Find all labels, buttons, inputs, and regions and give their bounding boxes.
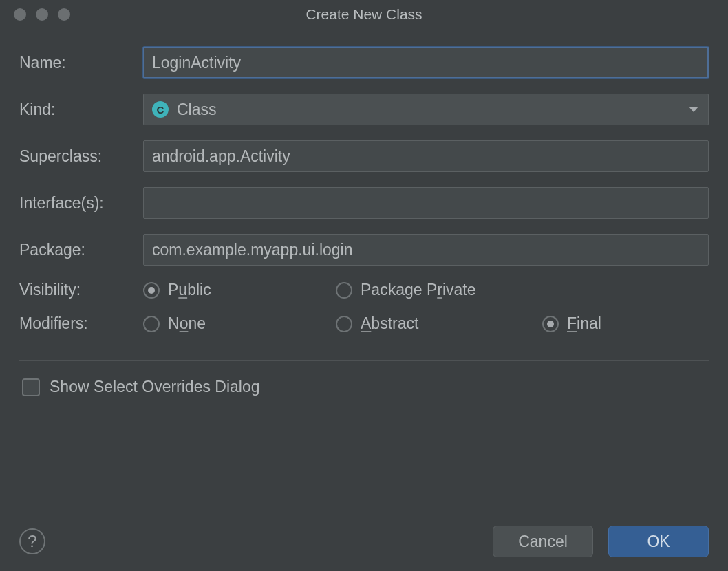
visibility-group: Public Package Private bbox=[143, 281, 709, 299]
kind-dropdown[interactable]: C Class bbox=[143, 94, 709, 125]
cancel-button[interactable]: Cancel bbox=[493, 526, 593, 557]
package-label: Package: bbox=[19, 241, 143, 259]
modifier-final-radio[interactable]: Final bbox=[542, 314, 709, 333]
show-overrides-checkbox[interactable]: Show Select Overrides Dialog bbox=[19, 378, 709, 396]
modifier-abstract-label: Abstract bbox=[361, 314, 418, 333]
zoom-window-icon[interactable] bbox=[58, 8, 70, 21]
visibility-label: Visibility: bbox=[19, 281, 143, 299]
modifier-final-label: Final bbox=[567, 314, 601, 333]
name-field[interactable]: LoginActivity bbox=[143, 47, 709, 78]
package-field[interactable] bbox=[143, 234, 709, 266]
kind-label: Kind: bbox=[19, 100, 143, 119]
interfaces-input[interactable] bbox=[152, 188, 700, 218]
class-icon: C bbox=[152, 101, 169, 118]
modifiers-label: Modifiers: bbox=[19, 314, 143, 333]
radio-icon bbox=[336, 316, 352, 332]
interfaces-field[interactable] bbox=[143, 187, 709, 219]
visibility-public-radio[interactable]: Public bbox=[143, 281, 336, 299]
superclass-input[interactable] bbox=[152, 141, 700, 171]
kind-selected-value: Class bbox=[177, 100, 217, 119]
window-controls bbox=[0, 8, 70, 21]
dialog-footer: ? Cancel OK bbox=[19, 526, 709, 557]
radio-icon bbox=[143, 316, 160, 332]
help-icon: ? bbox=[28, 532, 36, 551]
modifier-none-radio[interactable]: None bbox=[143, 314, 336, 333]
modifier-none-label: None bbox=[168, 314, 206, 333]
radio-icon bbox=[336, 282, 352, 299]
visibility-package-private-label: Package Private bbox=[361, 281, 476, 299]
text-caret bbox=[242, 53, 242, 72]
close-window-icon[interactable] bbox=[14, 8, 26, 21]
help-button[interactable]: ? bbox=[19, 528, 45, 554]
name-label: Name: bbox=[19, 54, 143, 72]
superclass-field[interactable] bbox=[143, 140, 709, 172]
package-input[interactable] bbox=[152, 235, 700, 265]
modifiers-group: None Abstract Final bbox=[143, 314, 709, 333]
separator bbox=[19, 360, 709, 361]
minimize-window-icon[interactable] bbox=[36, 8, 48, 21]
button-row: Cancel OK bbox=[493, 526, 709, 557]
radio-icon bbox=[143, 282, 160, 299]
interfaces-label: Interface(s): bbox=[19, 194, 143, 213]
titlebar: Create New Class bbox=[0, 0, 728, 29]
window-title: Create New Class bbox=[0, 6, 728, 23]
checkbox-icon bbox=[22, 378, 40, 396]
name-field-value: LoginActivity bbox=[152, 54, 241, 72]
ok-button[interactable]: OK bbox=[608, 526, 709, 557]
modifier-abstract-radio[interactable]: Abstract bbox=[336, 314, 542, 333]
radio-icon bbox=[542, 316, 559, 332]
chevron-down-icon bbox=[689, 107, 698, 112]
dialog-content: Name: LoginActivity Kind: C Class Superc… bbox=[0, 29, 728, 396]
visibility-package-private-radio[interactable]: Package Private bbox=[336, 281, 542, 299]
show-overrides-label: Show Select Overrides Dialog bbox=[50, 378, 260, 396]
visibility-public-label: Public bbox=[168, 281, 211, 299]
superclass-label: Superclass: bbox=[19, 147, 143, 166]
